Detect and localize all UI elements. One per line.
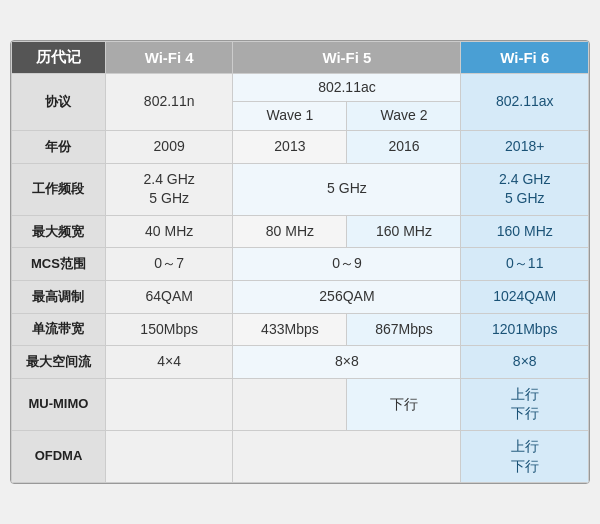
- cell-wifi4: 0～7: [105, 248, 232, 281]
- cell-feature: MU-MIMO: [12, 378, 106, 430]
- cell-wifi5-wave2: 2016: [347, 131, 461, 164]
- cell-wifi4: 150Mbps: [105, 313, 232, 346]
- cell-wifi6: 2.4 GHz5 GHz: [461, 163, 589, 215]
- cell-wifi4: 40 MHz: [105, 215, 232, 248]
- cell-wifi4: 2009: [105, 131, 232, 164]
- table-row: 最大空间流4×48×88×8: [12, 346, 589, 379]
- table-row: OFDMA上行下行: [12, 430, 589, 482]
- table-row: 工作频段2.4 GHz5 GHz5 GHz2.4 GHz5 GHz: [12, 163, 589, 215]
- cell-wifi5-merged: 8×8: [233, 346, 461, 379]
- cell-wifi4: 4×4: [105, 346, 232, 379]
- cell-feature: 最大空间流: [12, 346, 106, 379]
- table-header: 历代记 Wi-Fi 4 Wi-Fi 5 Wi-Fi 6: [12, 41, 589, 73]
- cell-wifi5-wave1: 80 MHz: [233, 215, 347, 248]
- table-row: MU-MIMO下行上行下行: [12, 378, 589, 430]
- comparison-table: 历代记 Wi-Fi 4 Wi-Fi 5 Wi-Fi 6 协议802.11n 80…: [10, 40, 590, 484]
- cell-wifi6: 上行下行: [461, 430, 589, 482]
- cell-feature: 协议: [12, 73, 106, 130]
- cell-feature: 最大频宽: [12, 215, 106, 248]
- table-row: 单流带宽150Mbps433Mbps867Mbps1201Mbps: [12, 313, 589, 346]
- cell-feature: 年份: [12, 131, 106, 164]
- cell-feature: 工作频段: [12, 163, 106, 215]
- table-row: 最大频宽40 MHz80 MHz160 MHz160 MHz: [12, 215, 589, 248]
- cell-wifi4: 64QAM: [105, 281, 232, 314]
- table-row: MCS范围0～70～90～11: [12, 248, 589, 281]
- cell-wifi5-merged: 256QAM: [233, 281, 461, 314]
- cell-wifi4: 802.11n: [105, 73, 232, 130]
- cell-wifi6: 1201Mbps: [461, 313, 589, 346]
- cell-wifi5-protocol: 802.11ac Wave 1 Wave 2: [233, 73, 461, 130]
- cell-wifi5-merged: 0～9: [233, 248, 461, 281]
- cell-feature: 最高调制: [12, 281, 106, 314]
- cell-wifi6: 1024QAM: [461, 281, 589, 314]
- table-row: 年份2009201320162018+: [12, 131, 589, 164]
- cell-wifi5-wave2: 下行: [347, 378, 461, 430]
- cell-wifi5-wave1: 2013: [233, 131, 347, 164]
- th-feature: 历代记: [12, 41, 106, 73]
- cell-feature: 单流带宽: [12, 313, 106, 346]
- cell-wifi6: 2018+: [461, 131, 589, 164]
- cell-wifi4: 2.4 GHz5 GHz: [105, 163, 232, 215]
- cell-wifi6: 802.11ax: [461, 73, 589, 130]
- cell-wifi5-wave2: 867Mbps: [347, 313, 461, 346]
- cell-wifi5-merged: [233, 430, 461, 482]
- cell-wifi5-wave2: 160 MHz: [347, 215, 461, 248]
- cell-wifi6: 8×8: [461, 346, 589, 379]
- cell-wifi6: 上行下行: [461, 378, 589, 430]
- cell-wifi5-wave1: 433Mbps: [233, 313, 347, 346]
- th-wifi6: Wi-Fi 6: [461, 41, 589, 73]
- th-wifi5: Wi-Fi 5: [233, 41, 461, 73]
- cell-wifi5-wave1: [233, 378, 347, 430]
- cell-wifi6: 0～11: [461, 248, 589, 281]
- th-wifi4: Wi-Fi 4: [105, 41, 232, 73]
- cell-wifi5-merged: 5 GHz: [233, 163, 461, 215]
- cell-wifi4: [105, 430, 232, 482]
- cell-wifi4: [105, 378, 232, 430]
- table-row: 最高调制64QAM256QAM1024QAM: [12, 281, 589, 314]
- cell-wifi6: 160 MHz: [461, 215, 589, 248]
- table-row: 协议802.11n 802.11ac Wave 1 Wave 2 802.11a…: [12, 73, 589, 130]
- cell-feature: MCS范围: [12, 248, 106, 281]
- cell-feature: OFDMA: [12, 430, 106, 482]
